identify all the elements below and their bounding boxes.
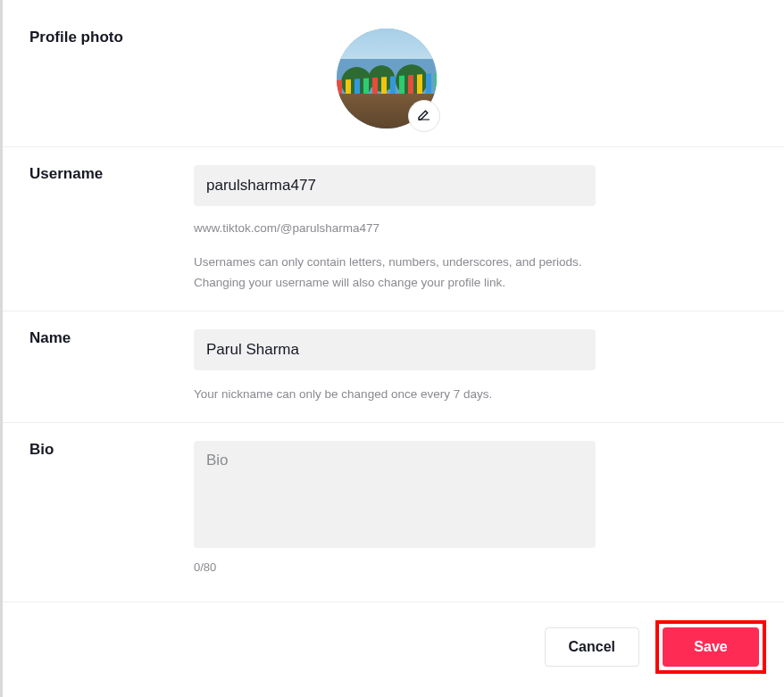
section-bio: Bio 0/80 <box>3 423 784 592</box>
edit-profile-modal: Profile photo <box>0 0 784 697</box>
username-label: Username <box>29 165 194 293</box>
edit-icon <box>416 106 432 126</box>
profile-photo-label: Profile photo <box>29 29 194 129</box>
bio-label: Bio <box>29 441 194 574</box>
section-name: Name Your nickname can only be changed o… <box>3 311 784 423</box>
modal-footer: Cancel Save <box>3 602 784 697</box>
avatar-container <box>337 29 437 129</box>
edit-avatar-button[interactable] <box>408 100 440 132</box>
bio-char-count: 0/80 <box>194 560 757 574</box>
name-helper-text: Your nickname can only be changed once e… <box>194 385 596 404</box>
section-profile-photo: Profile photo <box>3 0 784 147</box>
username-input[interactable] <box>194 165 596 206</box>
save-highlight-box: Save <box>655 620 766 674</box>
section-username: Username www.tiktok.com/@parulsharma477 … <box>3 147 784 311</box>
cancel-button[interactable]: Cancel <box>545 627 639 667</box>
name-label: Name <box>29 329 194 404</box>
save-button[interactable]: Save <box>663 627 759 667</box>
name-input[interactable] <box>194 329 596 370</box>
profile-photo-content <box>194 29 757 129</box>
username-helper-text: Usernames can only contain letters, numb… <box>194 253 596 293</box>
username-url-text: www.tiktok.com/@parulsharma477 <box>194 219 596 238</box>
bio-textarea[interactable] <box>194 441 596 548</box>
